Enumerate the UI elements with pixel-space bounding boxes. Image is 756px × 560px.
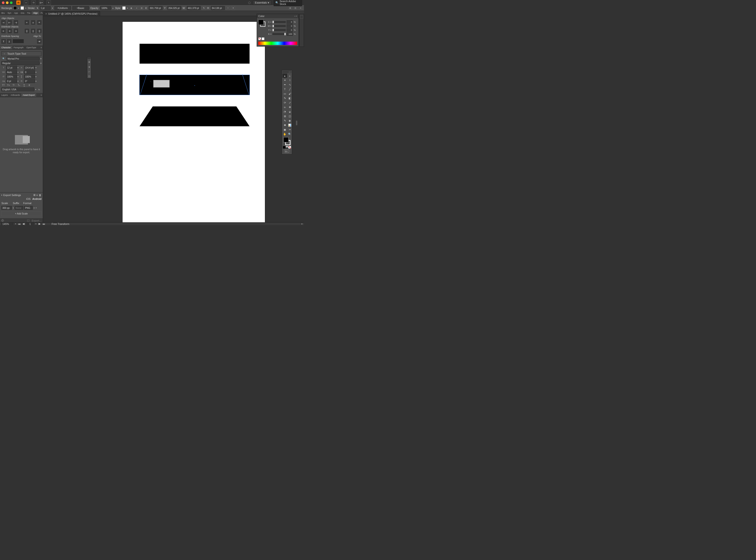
grid-icon[interactable]: ⊞: [289, 6, 292, 10]
link-wh-icon[interactable]: ⇅: [202, 6, 206, 10]
zoom-tool[interactable]: 🔍: [287, 132, 292, 136]
prev-artboard-button[interactable]: ◀: [22, 222, 25, 225]
hand-tool[interactable]: ✋: [282, 132, 287, 136]
font-size-input[interactable]: [6, 66, 17, 69]
panel-menu-icon[interactable]: ≡: [40, 46, 43, 49]
chevron-down-icon[interactable]: ▾: [34, 207, 35, 209]
distribute-bottom-button[interactable]: ≡: [14, 29, 18, 33]
rotate-tool[interactable]: ⟳: [282, 100, 287, 105]
chevron-down-icon[interactable]: ▾: [40, 58, 41, 60]
allcaps-button[interactable]: TT: [1, 84, 5, 86]
perspective-distort-icon[interactable]: ⬗: [87, 65, 91, 68]
minimize-window-button[interactable]: [6, 1, 8, 4]
shaper-tool[interactable]: ✎: [282, 96, 287, 100]
chevron-down-icon[interactable]: ▾: [18, 76, 18, 78]
tab-paragraph[interactable]: Paragraph: [12, 46, 25, 49]
antialias-icon[interactable]: aₐ: [37, 88, 41, 91]
color-spectrum[interactable]: [258, 42, 297, 45]
chevron-down-icon[interactable]: ▾: [127, 7, 128, 9]
hscale-input[interactable]: [24, 75, 35, 79]
distribute-top-button[interactable]: ≡: [1, 29, 5, 33]
yellow-input[interactable]: [287, 28, 293, 32]
y-input[interactable]: [167, 6, 181, 10]
chevron-down-icon[interactable]: ▾: [18, 80, 18, 82]
stroke-profile-dropdown[interactable]: ━ Uniform: [54, 6, 71, 10]
chevron-down-icon[interactable]: ▾: [40, 62, 41, 64]
brush-definition-dropdown[interactable]: ━ Basic: [73, 6, 89, 10]
platform-android-tab[interactable]: Android: [33, 198, 41, 200]
chevron-down-icon[interactable]: ▾: [36, 76, 36, 78]
black-slider[interactable]: [273, 33, 286, 35]
tab-appearance[interactable]: App: [13, 11, 19, 15]
color-panel-title[interactable]: Color: [258, 15, 264, 18]
align-icon[interactable]: ≡: [135, 6, 138, 10]
gradient-mode-button[interactable]: [286, 146, 289, 148]
chevron-right-icon[interactable]: ▸: [113, 7, 114, 9]
tab-character[interactable]: Character: [0, 46, 12, 49]
align-top-button[interactable]: ⫧: [25, 20, 29, 25]
parallelogram-shape[interactable]: [140, 106, 250, 126]
chevron-down-icon[interactable]: ▾: [36, 223, 36, 225]
line-tool[interactable]: ╱: [287, 87, 292, 91]
shape-builder-tool[interactable]: ◔: [282, 109, 287, 114]
grid-view-icon[interactable]: ⊞: [33, 194, 36, 197]
perspective-grid-tool[interactable]: ⬙: [287, 109, 292, 114]
touch-type-button[interactable]: Touch Type Tool: [7, 52, 41, 55]
help-icon[interactable]: ◌: [248, 1, 251, 4]
chevron-down-icon[interactable]: ▾: [18, 71, 18, 73]
info-icon[interactable]: ⓘ: [1, 219, 4, 222]
tab-brushes[interactable]: Bru: [0, 11, 6, 15]
kerning-input[interactable]: [6, 70, 17, 74]
x-input[interactable]: [149, 6, 162, 10]
column-graph-tool[interactable]: 📊: [287, 123, 292, 127]
scale-tool[interactable]: ⤢: [287, 100, 292, 105]
baseline-input[interactable]: [6, 79, 17, 83]
bridge-icon[interactable]: St: [32, 0, 36, 5]
stroke-swatch[interactable]: [21, 6, 24, 10]
chevron-down-icon[interactable]: ▾: [36, 80, 36, 82]
fill-swatch-big[interactable]: [283, 137, 289, 142]
tracking-input[interactable]: [24, 70, 35, 74]
tab-graphic-styles[interactable]: Gra: [19, 11, 26, 15]
distribute-hcenter-button[interactable]: ||: [31, 29, 35, 33]
transform-ref-icon[interactable]: ⊞: [140, 6, 144, 10]
cyan-slider[interactable]: [273, 21, 286, 23]
graphic-style-swatch[interactable]: [122, 6, 126, 10]
artboard-number-input[interactable]: 1: [26, 222, 34, 225]
last-artboard-button[interactable]: ⏭: [43, 222, 45, 225]
screen-mode-button[interactable]: ▭: [285, 149, 289, 153]
black-input[interactable]: [287, 33, 293, 36]
slice-tool[interactable]: ✂: [287, 127, 292, 132]
free-transform-tool[interactable]: ✥: [287, 105, 292, 109]
color-mode-button[interactable]: [283, 146, 285, 148]
launch-icon[interactable]: ⬚: [27, 219, 29, 222]
chevron-down-icon[interactable]: ▾: [15, 223, 16, 225]
tab-transparency[interactable]: Tra: [26, 11, 32, 15]
maximize-window-button[interactable]: [10, 1, 13, 4]
vscale-input[interactable]: [6, 75, 17, 79]
list-view-icon[interactable]: ≡: [36, 194, 38, 197]
gpu-preview-icon[interactable]: ↯: [46, 0, 51, 5]
remove-row-icon[interactable]: ×: [36, 207, 37, 209]
cyan-input[interactable]: [287, 20, 293, 24]
stroke-weight-input[interactable]: [40, 6, 51, 10]
chevron-down-icon[interactable]: ▾: [18, 7, 19, 9]
align-left-button[interactable]: ⫤: [1, 20, 5, 25]
magic-wand-tool[interactable]: ✦: [282, 78, 287, 82]
rectangle-shape-1[interactable]: [140, 44, 250, 64]
document-tab[interactable]: × Untitled-1* @ 145% (CMYK/GPU Preview): [44, 11, 100, 16]
libraries-icon[interactable]: [300, 15, 303, 19]
stepper-icon[interactable]: ⇅: [37, 7, 38, 9]
distribute-vcenter-button[interactable]: ≡: [8, 29, 12, 33]
add-scale-button[interactable]: + Add Scale: [1, 211, 41, 216]
chevron-down-icon[interactable]: ▾: [36, 71, 36, 73]
arrange-docs-icon[interactable]: ▥▾: [39, 0, 43, 5]
tab-align[interactable]: Align: [32, 11, 39, 15]
artboard-tool[interactable]: ▣: [282, 127, 287, 132]
open-doc-icon[interactable]: ▭: [24, 0, 28, 5]
opacity-input[interactable]: [100, 6, 111, 10]
fill-stroke-control[interactable]: [283, 137, 291, 145]
type-tool[interactable]: T: [282, 87, 287, 91]
search-stock-input[interactable]: 🔍 Search Adobe Stock: [274, 0, 302, 6]
free-transform-icon[interactable]: ✥: [87, 60, 91, 64]
